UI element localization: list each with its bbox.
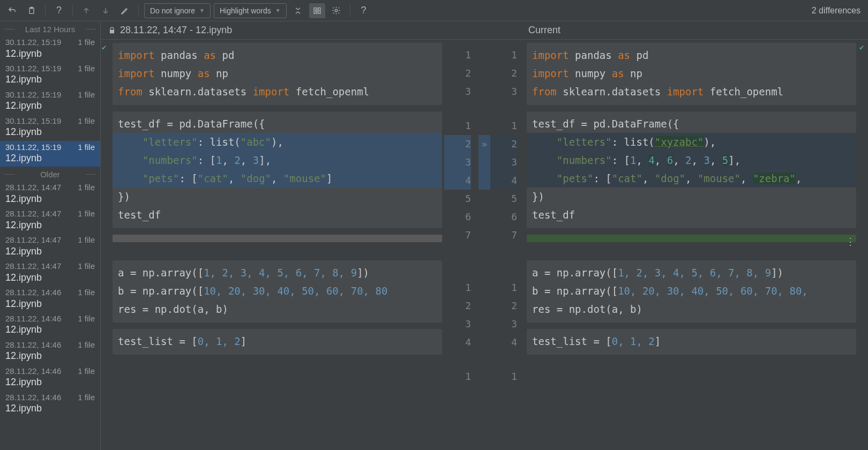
- code-cell: a = np.array([1, 2, 3, 4, 5, 6, 7, 8, 9]…: [527, 260, 856, 322]
- history-item[interactable]: 28.11.22, 14:471 file12.ipynb: [0, 234, 100, 260]
- right-pane-title: Current: [528, 25, 560, 35]
- right-status-margin: ✔: [858, 40, 868, 386]
- help-icon[interactable]: ?: [356, 3, 372, 18]
- history-item[interactable]: 28.11.22, 14:461 file12.ipynb: [0, 286, 100, 312]
- left-code-pane[interactable]: import pandas as pd import numpy as np f…: [110, 40, 444, 386]
- paste-icon[interactable]: [24, 3, 40, 18]
- sidebar-header-older: Older: [0, 167, 100, 181]
- edit-icon[interactable]: [117, 3, 133, 18]
- history-item[interactable]: 28.11.22, 14:461 file12.ipynb: [0, 312, 100, 339]
- history-item[interactable]: 28.11.22, 14:471 file12.ipynb: [0, 260, 100, 286]
- code-cell: test_list = [0, 1, 2]: [527, 329, 856, 355]
- left-status-margin: ✔: [101, 40, 110, 386]
- right-code-pane[interactable]: import pandas as pd import numpy as np f…: [525, 40, 858, 386]
- pane-headers: 28.11.22, 14:47 - 12.ipynb Current: [101, 21, 868, 40]
- history-item[interactable]: 30.11.22, 15:191 file12.ipynb: [0, 36, 100, 62]
- chevron-down-icon: ▼: [199, 8, 205, 13]
- cell-output-bar: [113, 235, 442, 242]
- prev-diff-icon[interactable]: [78, 3, 94, 18]
- code-cell: test_df = pd.DataFrame({ "letters": list…: [113, 111, 442, 228]
- sync-scroll-icon[interactable]: [309, 3, 325, 18]
- ignore-dropdown-label: Do not ignore: [150, 6, 195, 15]
- separator: [138, 5, 139, 17]
- ignore-dropdown[interactable]: Do not ignore ▼: [144, 3, 211, 18]
- chevron-down-icon: ▼: [275, 8, 281, 13]
- history-item[interactable]: 28.11.22, 14:461 file12.ipynb: [0, 391, 100, 417]
- check-icon: ✔: [101, 40, 110, 55]
- check-icon: ✔: [858, 40, 868, 55]
- sidebar-header-recent: Last 12 Hours: [0, 21, 100, 36]
- separator: [72, 5, 73, 17]
- code-cell: import pandas as pd import numpy as np f…: [527, 43, 856, 105]
- lock-icon: [108, 27, 116, 34]
- history-item[interactable]: 28.11.22, 14:471 file12.ipynb: [0, 181, 100, 207]
- apply-diff-icon[interactable]: »: [482, 138, 488, 149]
- right-line-gutter: 1 2 3 1 2 3 4 5 6 7 1 2 3: [490, 40, 525, 386]
- left-pane-title: 28.11.22, 14:47 - 12.ipynb: [120, 25, 232, 36]
- code-cell: a = np.array([1, 2, 3, 4, 5, 6, 7, 8, 9]…: [113, 260, 442, 322]
- next-diff-icon[interactable]: [98, 3, 114, 18]
- history-item[interactable]: 28.11.22, 14:461 file12.ipynb: [0, 339, 100, 365]
- highlight-dropdown-label: Highlight words: [220, 6, 271, 15]
- history-item[interactable]: 30.11.22, 15:191 file12.ipynb: [0, 88, 100, 115]
- more-icon[interactable]: ⋮: [845, 236, 854, 247]
- collapse-icon[interactable]: [290, 3, 306, 18]
- gear-icon[interactable]: [328, 3, 345, 18]
- diff-action-gutter: »: [478, 40, 490, 386]
- diff-count: 2 differences: [812, 6, 864, 16]
- undo-icon[interactable]: [4, 3, 20, 18]
- toolbar: ? Do not ignore ▼ Highlight words ▼: [0, 0, 868, 21]
- code-cell: test_list = [0, 1, 2]: [113, 329, 442, 355]
- history-item[interactable]: 30.11.22, 15:191 file12.ipynb: [0, 115, 100, 141]
- history-item[interactable]: 30.11.22, 15:191 file12.ipynb: [0, 141, 100, 167]
- highlight-dropdown[interactable]: Highlight words ▼: [214, 3, 287, 18]
- history-sidebar: Last 12 Hours 30.11.22, 15:191 file12.ip…: [0, 21, 101, 450]
- left-line-gutter: 1 2 3 1 2 3 4 5 6 7 1 2 3: [444, 40, 478, 386]
- separator: [350, 5, 350, 17]
- cell-output-bar: [527, 235, 856, 242]
- code-cell: test_df = pd.DataFrame({ "letters": list…: [527, 111, 856, 228]
- code-cell: import pandas as pd import numpy as np f…: [113, 43, 442, 105]
- help-icon[interactable]: ?: [51, 3, 67, 18]
- history-item[interactable]: 30.11.22, 15:191 file12.ipynb: [0, 62, 100, 88]
- svg-point-4: [335, 9, 337, 11]
- history-item[interactable]: 28.11.22, 14:471 file12.ipynb: [0, 207, 100, 234]
- history-item[interactable]: 28.11.22, 14:461 file12.ipynb: [0, 365, 100, 391]
- separator: [45, 5, 46, 17]
